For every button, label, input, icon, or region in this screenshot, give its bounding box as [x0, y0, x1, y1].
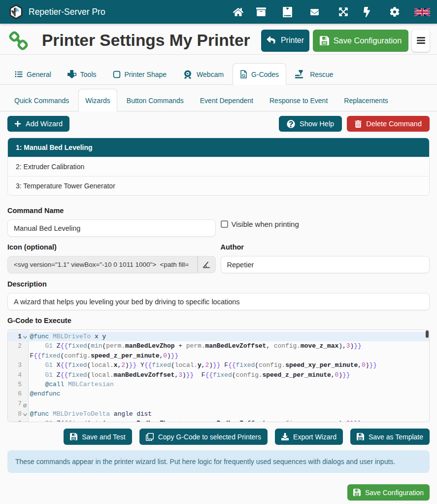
- svg-text:G: G: [242, 73, 245, 78]
